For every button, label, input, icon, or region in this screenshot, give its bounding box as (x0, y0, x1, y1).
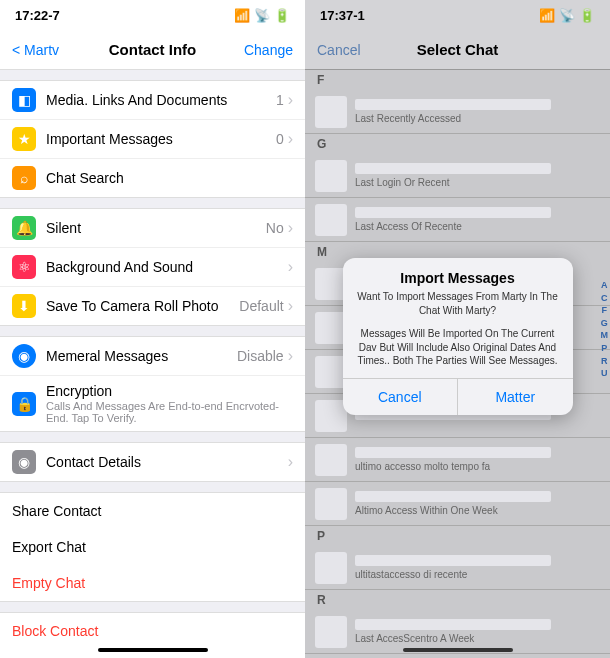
row-search[interactable]: ⌕ Chat Search (0, 159, 305, 197)
modal-text1: Want To Import Messages From Marty In Th… (343, 290, 573, 327)
alpha-index[interactable]: ACFGMPRU (601, 279, 609, 380)
battery-icon: 🔋 (274, 8, 290, 23)
photos-icon: ◧ (12, 88, 36, 112)
chat-name-placeholder (355, 99, 551, 110)
chat-row[interactable]: ultitastaccesso di recente (305, 546, 610, 590)
modal-confirm-button[interactable]: Matter (458, 379, 573, 415)
chat-row[interactable]: Last Accesso Long Time Ta (305, 654, 610, 658)
chevron-right-icon: › (288, 91, 293, 109)
row-label: Encryption (46, 383, 293, 399)
chat-row[interactable]: Last Login Or Recent (305, 154, 610, 198)
row-value: 1 (276, 92, 284, 108)
signal-icon: 📶 (539, 8, 555, 23)
chevron-right-icon: › (288, 347, 293, 365)
row-label: Important Messages (46, 131, 276, 147)
row-encryption[interactable]: 🔒 Encryption Calls And Messages Are End-… (0, 376, 305, 431)
status-icons: 📶 📡 🔋 (234, 8, 290, 23)
chat-name-placeholder (355, 447, 551, 458)
home-indicator[interactable] (403, 648, 513, 652)
index-letter[interactable]: M (601, 329, 609, 342)
block-contact-button[interactable]: Block Contact (0, 613, 305, 649)
modal-cancel-button[interactable]: Cancel (343, 379, 459, 415)
row-media[interactable]: ◧ Media. Links And Documents 1 › (0, 81, 305, 120)
status-time: 17:22-7 (15, 8, 60, 23)
back-button[interactable]: < Martv (12, 42, 67, 58)
chat-row[interactable]: Altimo Access Within One Week (305, 482, 610, 526)
section-settings: 🔔 Silent No › ⚛ Background And Sound › ⬇… (0, 208, 305, 326)
chevron-right-icon: › (288, 219, 293, 237)
status-time: 17:37-1 (320, 8, 365, 23)
nav-title: Select Chat (372, 41, 543, 58)
row-label: Media. Links And Documents (46, 92, 276, 108)
chat-name-placeholder (355, 555, 551, 566)
chevron-right-icon: › (288, 453, 293, 471)
empty-chat-button[interactable]: Empty Chat (0, 565, 305, 601)
avatar (315, 444, 347, 476)
section-media: ◧ Media. Links And Documents 1 › ★ Impor… (0, 80, 305, 198)
chat-info: Last Access Of Recente (355, 207, 600, 232)
group-header: G (305, 134, 610, 154)
nav-bar: < Martv Contact Info Change (0, 30, 305, 70)
avatar (315, 96, 347, 128)
row-value: No (266, 220, 284, 236)
left-screen: 17:22-7 📶 📡 🔋 < Martv Contact Info Chang… (0, 0, 305, 658)
modal-buttons: Cancel Matter (343, 378, 573, 415)
index-letter[interactable]: R (601, 354, 609, 367)
row-label: Silent (46, 220, 266, 236)
chat-name-placeholder (355, 619, 551, 630)
row-label: Chat Search (46, 170, 293, 186)
group-header: F (305, 70, 610, 90)
row-important[interactable]: ★ Important Messages 0 › (0, 120, 305, 159)
nav-title: Contact Info (67, 41, 238, 58)
chat-subtitle: Last AccesScentro A Week (355, 633, 600, 644)
row-ephemeral[interactable]: ◉ Memeral Messages Disable › (0, 337, 305, 376)
chat-subtitle: ultitastaccesso di recente (355, 569, 600, 580)
index-letter[interactable]: U (601, 367, 609, 380)
status-icons: 📶 📡 🔋 (539, 8, 595, 23)
section-details: ◉ Contact Details › (0, 442, 305, 482)
share-contact-button[interactable]: Share Contact (0, 493, 305, 529)
avatar (315, 488, 347, 520)
chat-info: Last Recently Accessed (355, 99, 600, 124)
cancel-button[interactable]: Cancel (317, 42, 372, 58)
chat-subtitle: Altimo Access Within One Week (355, 505, 600, 516)
index-letter[interactable]: C (601, 291, 609, 304)
wifi-icon: 📡 (254, 8, 270, 23)
row-label: Save To Camera Roll Photo (46, 298, 239, 314)
change-button[interactable]: Change (238, 42, 293, 58)
chat-name-placeholder (355, 491, 551, 502)
chat-name-placeholder (355, 207, 551, 218)
avatar (315, 160, 347, 192)
chat-subtitle: Last Recently Accessed (355, 113, 600, 124)
index-letter[interactable]: A (601, 279, 609, 292)
chat-info: ultitastaccesso di recente (355, 555, 600, 580)
row-label: Contact Details (46, 454, 288, 470)
contact-icon: ◉ (12, 450, 36, 474)
index-letter[interactable]: F (601, 304, 609, 317)
row-details[interactable]: ◉ Contact Details › (0, 443, 305, 481)
chat-row[interactable]: Last Recently Accessed (305, 90, 610, 134)
modal-text2: Messages Will Be Imported On The Current… (343, 327, 573, 378)
status-bar: 17:37-1 📶 📡 🔋 (305, 0, 610, 30)
row-subtitle: Calls And Messages Are End-to-end Encrvo… (46, 400, 293, 424)
home-indicator[interactable] (98, 648, 208, 652)
row-silent[interactable]: 🔔 Silent No › (0, 209, 305, 248)
avatar (315, 616, 347, 648)
wifi-icon: 📡 (559, 8, 575, 23)
row-label: Memeral Messages (46, 348, 237, 364)
row-value: Disable (237, 348, 284, 364)
chat-row[interactable]: ultimo accesso molto tempo fa (305, 438, 610, 482)
index-letter[interactable]: P (601, 342, 609, 355)
chat-row[interactable]: Last Access Of Recente (305, 198, 610, 242)
chat-info: Altimo Access Within One Week (355, 491, 600, 516)
row-save[interactable]: ⬇ Save To Camera Roll Photo Default › (0, 287, 305, 325)
lock-icon: 🔒 (12, 392, 36, 416)
row-background[interactable]: ⚛ Background And Sound › (0, 248, 305, 287)
row-value: 0 (276, 131, 284, 147)
search-icon: ⌕ (12, 166, 36, 190)
chat-info: ultimo accesso molto tempo fa (355, 447, 600, 472)
bell-icon: 🔔 (12, 216, 36, 240)
index-letter[interactable]: G (601, 316, 609, 329)
modal-title: Import Messages (343, 258, 573, 290)
export-chat-button[interactable]: Export Chat (0, 529, 305, 565)
